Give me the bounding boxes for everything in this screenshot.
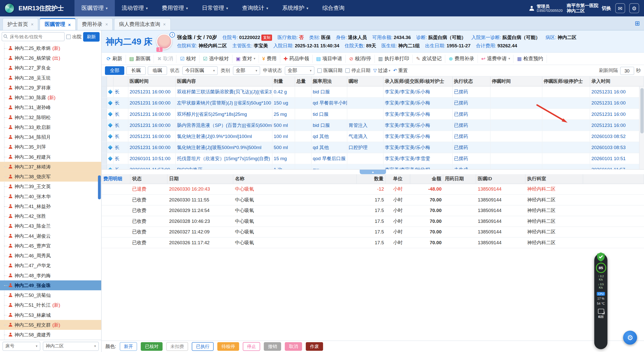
user-info[interactable]: 管理员 D350702005520 <box>529 4 563 13</box>
stop-date-checkbox[interactable]: 停止日期 <box>345 67 370 74</box>
collapse-handle[interactable]: ▲ <box>360 169 386 174</box>
patient-search-input[interactable] <box>2 32 65 41</box>
patient-list-item[interactable]: 神内二38_饶庆军 <box>0 172 101 182</box>
patient-list-item[interactable]: 神内二46_周秀凤 <box>0 251 101 261</box>
sidebar-scrollbar[interactable] <box>98 175 101 199</box>
toolbar-button-fee-supplement[interactable]: ⊕费用补录 <box>445 55 478 63</box>
close-tab-icon[interactable]: × <box>68 22 71 27</box>
toolbar-button-cancel-stop[interactable]: ⊘核消/停 <box>346 55 375 63</box>
patient-list-item[interactable]: 神内二33_欧启新 <box>0 122 101 132</box>
menu-item-0[interactable]: 医嘱管理▾ <box>74 0 115 16</box>
tab-item-1[interactable]: 医嘱管理× <box>40 18 76 30</box>
stop-date-checkbox-box[interactable] <box>345 68 350 73</box>
patient-list-item[interactable]: 神内二41_林益孙 <box>0 201 101 211</box>
interval-input[interactable] <box>620 66 634 75</box>
toolbar-button-project-apply[interactable]: ▤项目申请 <box>313 55 346 63</box>
order-row[interactable]: 长20251231 16:00:00双歧杆菌三联活菌肠溶胶囊(贝飞达)(J)[(… <box>102 86 644 97</box>
toolbar-button-skin-test[interactable]: ✎皮试登记 <box>413 55 445 63</box>
patient-list-item[interactable]: 神内二34_陈招月 <box>0 132 101 142</box>
system-monitor-widget[interactable]: 85 ↑ 0.2 K/s ↓ 0.5 K/s CPU 17 % 54 ℃ 截图 <box>594 254 607 349</box>
discharge-checkbox[interactable] <box>66 34 71 39</box>
ward-select[interactable]: 神内二区▾ <box>43 341 99 350</box>
gear-icon[interactable]: ⚙ <box>629 3 639 13</box>
toolbar-button-drug-request[interactable]: ✚药品申领 <box>280 55 313 63</box>
order-row[interactable]: 长20260101 11:57:00PICC中换药1 次qw李宝美/李宝美/叶欣… <box>102 164 644 169</box>
patient-list-item[interactable]: 神内二25_欧孝炳(新) <box>0 43 101 53</box>
settings-fab[interactable]: ⚙ <box>623 331 637 345</box>
patient-list-item[interactable]: 神内二37_林靖涛 <box>0 162 101 172</box>
tab-item-2[interactable]: 费用补录× <box>77 18 113 30</box>
order-date-checkbox[interactable]: 医嘱日期 <box>317 67 343 74</box>
menu-item-2[interactable]: 费用管理▾ <box>155 0 195 16</box>
patient-list-item[interactable]: 神内二39_王文英 <box>0 182 101 191</box>
patient-list-item[interactable]: 神内二36_程建兴 <box>0 152 101 162</box>
toolbar-button-verify-selected[interactable]: ☑选中核对 <box>200 55 233 63</box>
patient-list-item[interactable]: 神内二29_罗祥康 <box>0 83 101 93</box>
patient-list-item[interactable]: 神内二27_罗良金 <box>0 63 101 73</box>
fee-row[interactable]: 已退费20260330 16:20:43中心吸氧-12小时-48.0013850… <box>102 184 644 195</box>
toolbar-button-fee[interactable]: ¥费用 <box>259 55 280 63</box>
toolbar-button-check-against[interactable]: ▣查对▾ <box>233 55 259 63</box>
filter-chip-全部[interactable]: 全部 <box>105 66 124 75</box>
patient-list-item[interactable]: 神内二58_龚建秀 <box>0 330 101 340</box>
mail-icon[interactable]: ✉ <box>615 3 625 13</box>
order-row[interactable]: 长20251231 16:00:00肠内营养混悬液（SP）(百普力)[(省采5)… <box>102 120 644 131</box>
fee-row[interactable]: 已收费20260330 11:11:55中心吸氧17.5小时70.0013850… <box>102 195 644 205</box>
menu-item-5[interactable]: 系统维护▾ <box>275 0 315 16</box>
patient-list-item[interactable]: 神内二51_叶长江(新) <box>0 300 101 310</box>
orders-scrollbar[interactable] <box>639 86 644 169</box>
fee-row[interactable]: 已收费20260327 11:42:09中心吸氧17.5小时70.0013850… <box>102 227 644 237</box>
filter-button[interactable]: ▽ 过滤 ▾ <box>373 67 390 74</box>
patient-list-item[interactable]: 神内二43_陈金兰 <box>0 221 101 231</box>
layout-grid-icon[interactable]: ⊞ <box>635 20 640 27</box>
filter-chip-长嘱[interactable]: 长嘱 <box>126 66 146 75</box>
fees-panel-label[interactable]: 费用明细 <box>102 174 130 184</box>
patient-list-item[interactable]: 神内二48_李灼娒 <box>0 270 101 280</box>
reset-button[interactable]: ↶ 重置 <box>393 67 408 74</box>
order-row[interactable]: 长20251231 16:00:00氯化钠注射液(J)[玻瓶500ml*0.9%… <box>102 142 644 153</box>
fee-row[interactable]: 已收费20260328 10:46:23中心吸氧17.5小时70.0013850… <box>102 216 644 227</box>
bed-sort-select[interactable]: 床号▾ <box>3 341 40 350</box>
patient-list-item[interactable]: 神内二40_张木华 <box>0 191 101 201</box>
toolbar-button-verify[interactable]: ☑核对 <box>177 55 200 63</box>
fee-row[interactable]: 已收费20260329 11:24:54中心吸氧17.5小时70.0013850… <box>102 205 644 216</box>
status-filter-select[interactable]: 今日医嘱▾ <box>182 66 218 75</box>
apply-status-select[interactable]: 全部▾ <box>285 66 315 75</box>
fee-row[interactable]: 已收费20260326 11:17:42中心吸氧17.5小时70.0013850… <box>102 237 644 248</box>
patient-list-item[interactable]: 神内二28_吴玉珐 <box>0 73 101 83</box>
patient-list-item[interactable]: 神内二55_程文群(新) <box>0 320 101 330</box>
patient-list-item[interactable]: 神内二49_张金珠 <box>0 280 101 290</box>
toolbar-button-new-order[interactable]: ▤新医嘱 <box>126 55 154 63</box>
patient-list-item[interactable]: 神内二53_林豪城 <box>0 310 101 320</box>
patient-list-item[interactable]: 神内二50_洪菊仙 <box>0 290 101 300</box>
patient-list-item[interactable]: 神内二42_张胜 <box>0 211 101 221</box>
toolbar-button-exam-booking[interactable]: ▦检查预约 <box>514 55 547 63</box>
menu-item-1[interactable]: 流动管理▾ <box>115 0 155 16</box>
patient-list-item[interactable]: 神内二45_曹声宜 <box>0 241 101 251</box>
tab-item-3[interactable]: 病人费用流水查询× <box>114 18 171 30</box>
filter-chip-临嘱[interactable]: 临嘱 <box>148 66 167 75</box>
close-tab-icon[interactable]: × <box>105 22 108 27</box>
toolbar-button-refund-apply[interactable]: ↩退费申请▾ <box>478 55 514 63</box>
patient-list-item[interactable]: 神内二31_谢孙峰 <box>0 102 101 112</box>
order-row[interactable]: 长20251231 16:00:00左甲状腺素钠片(雷替斯)(J) [(省采5)… <box>102 98 644 109</box>
patient-list-item[interactable]: 神内二35_刘萍 <box>0 142 101 152</box>
order-row[interactable]: 长20260101 10:51:00托伐普坦片（欣速安）[15mg*7s]15m… <box>102 153 644 164</box>
patient-list-item[interactable]: 神内二32_陈明松 <box>0 112 101 122</box>
type-filter-select[interactable]: 全部▾ <box>233 66 260 75</box>
menu-item-3[interactable]: 日常管理▾ <box>195 0 235 16</box>
close-tab-icon[interactable]: × <box>163 22 166 27</box>
copy-button[interactable]: 复制 <box>261 34 272 41</box>
screenshot-icon[interactable] <box>598 309 604 314</box>
order-date-checkbox-box[interactable] <box>317 68 322 73</box>
toolbar-button-cancel[interactable]: ✖取消 <box>154 55 177 63</box>
menu-item-6[interactable]: 综合查询 <box>315 0 352 16</box>
patient-list-item[interactable]: 神内二26_杨荣骏(出) <box>0 53 101 63</box>
patient-list-item[interactable]: 神内二47_卢华龙 <box>0 261 101 270</box>
toolbar-button-refresh[interactable]: ⟳刷新 <box>103 55 126 63</box>
order-row[interactable]: 长20251231 16:00:00氯化钠注射液(J)[0.9%*100ml]1… <box>102 131 644 142</box>
order-row[interactable]: 长20251231 16:00:00双环醇片[(省采5)25mg*18s]25m… <box>102 109 644 120</box>
menu-item-4[interactable]: 查询统计▾ <box>235 0 275 16</box>
patient-list-item[interactable]: 神内二30_陈露(新) <box>0 93 101 102</box>
switch-ward-button[interactable]: 切换 <box>602 5 611 11</box>
